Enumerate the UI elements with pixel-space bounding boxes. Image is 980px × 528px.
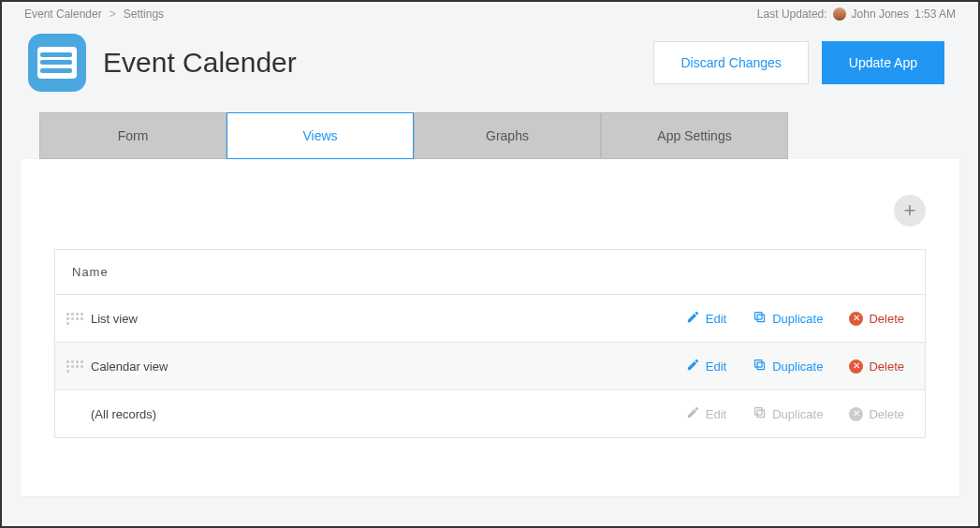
svg-rect-3	[755, 360, 763, 368]
edit-button: Edit	[686, 405, 726, 422]
table-row: (All records) Edit Duplicate ✕ Delete	[55, 390, 925, 437]
table-row: List view Edit Duplicate ✕ Delete	[55, 295, 925, 343]
delete-icon: ✕	[849, 312, 863, 326]
table-header: Name	[55, 250, 925, 295]
pencil-icon	[686, 358, 700, 374]
breadcrumb-separator: >	[110, 7, 116, 21]
last-updated: Last Updated: John Jones 1:53 AM	[757, 7, 956, 21]
tab-app-settings[interactable]: App Settings	[601, 112, 788, 159]
view-name: (All records)	[87, 407, 686, 421]
svg-rect-5	[755, 408, 763, 416]
svg-rect-0	[757, 315, 765, 322]
page-title: Event Calender	[103, 47, 297, 79]
breadcrumb-item-app[interactable]: Event Calender	[24, 7, 102, 21]
views-table: Name List view Edit Duplicate ✕	[54, 249, 926, 438]
header-actions: Discard Changes Update App	[653, 41, 944, 84]
delete-button[interactable]: ✕ Delete	[849, 359, 904, 374]
svg-rect-4	[757, 410, 765, 418]
header: Event Calender Discard Changes Update Ap…	[2, 28, 978, 103]
delete-label: Delete	[869, 407, 904, 421]
delete-icon: ✕	[849, 407, 863, 421]
tab-graphs[interactable]: Graphs	[414, 112, 601, 159]
list-icon	[37, 47, 77, 79]
duplicate-label: Duplicate	[772, 407, 823, 421]
duplicate-button[interactable]: Duplicate	[753, 358, 823, 374]
edit-button[interactable]: Edit	[686, 310, 726, 327]
row-actions: Edit Duplicate ✕ Delete	[686, 405, 914, 422]
tab-form[interactable]: Form	[39, 112, 227, 159]
duplicate-label: Duplicate	[772, 359, 823, 374]
duplicate-icon	[753, 310, 767, 327]
edit-button[interactable]: Edit	[686, 358, 726, 374]
table-row: Calendar view Edit Duplicate ✕ Delete	[55, 343, 925, 390]
duplicate-icon	[753, 358, 767, 374]
header-left: Event Calender	[28, 34, 297, 92]
last-updated-label: Last Updated:	[757, 7, 827, 21]
discard-changes-button[interactable]: Discard Changes	[653, 41, 808, 84]
duplicate-icon	[753, 405, 767, 422]
delete-label: Delete	[869, 359, 904, 374]
duplicate-button: Duplicate	[753, 405, 823, 422]
duplicate-label: Duplicate	[772, 312, 823, 326]
update-app-button[interactable]: Update App	[822, 41, 944, 84]
breadcrumb: Event Calender > Settings	[24, 7, 164, 21]
duplicate-button[interactable]: Duplicate	[753, 310, 823, 327]
delete-icon: ✕	[849, 359, 863, 374]
svg-rect-2	[757, 362, 765, 370]
pencil-icon	[686, 405, 700, 422]
drag-handle-icon[interactable]	[66, 360, 83, 373]
pencil-icon	[686, 310, 700, 327]
row-actions: Edit Duplicate ✕ Delete	[686, 358, 914, 374]
add-row: +	[54, 178, 926, 249]
last-updated-time: 1:53 AM	[914, 7, 956, 21]
tab-views[interactable]: Views	[227, 112, 414, 159]
delete-button[interactable]: ✕ Delete	[849, 312, 904, 326]
app-icon	[28, 34, 86, 92]
edit-label: Edit	[706, 359, 726, 374]
delete-label: Delete	[869, 312, 904, 326]
column-header-name: Name	[72, 265, 908, 279]
view-name: Calendar view	[87, 359, 686, 374]
tabs: Form Views Graphs App Settings	[39, 112, 941, 159]
user-name: John Jones	[852, 7, 909, 21]
avatar	[833, 7, 846, 21]
delete-button: ✕ Delete	[849, 407, 904, 421]
row-actions: Edit Duplicate ✕ Delete	[686, 310, 914, 327]
view-name: List view	[87, 312, 686, 326]
topbar: Event Calender > Settings Last Updated: …	[2, 2, 978, 28]
drag-handle-icon[interactable]	[66, 313, 83, 325]
edit-label: Edit	[706, 407, 726, 421]
add-view-button[interactable]: +	[894, 195, 926, 227]
edit-label: Edit	[706, 312, 726, 326]
svg-rect-1	[755, 313, 763, 320]
views-panel: + Name List view Edit Duplicate	[21, 159, 959, 496]
breadcrumb-item-settings[interactable]: Settings	[124, 7, 164, 21]
